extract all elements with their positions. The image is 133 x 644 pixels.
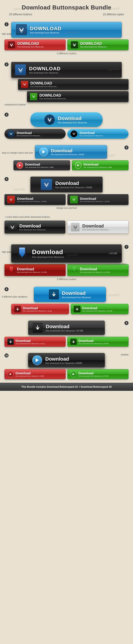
btn-ribbon-arrow-green xyxy=(71,266,78,274)
btn-icon-chevron-green-1 xyxy=(71,41,78,48)
btn-s7-green[interactable]: Download free download from fileserver |… xyxy=(68,264,128,276)
btn-text-s2-green: DOWNLOAD free download from fileserver..… xyxy=(40,94,67,100)
section-num-10: 10 xyxy=(4,354,8,358)
btn-text-s8-large: Download free download from fileserver xyxy=(62,290,91,299)
svg-marker-2 xyxy=(77,164,79,166)
btn-s2-red[interactable]: DOWNLOAD free download from fileserver..… xyxy=(18,79,128,90)
btn-icon-flat-arrow xyxy=(49,290,59,299)
btn-text-s3-dark: Download free download from fileserver..… xyxy=(17,131,41,137)
section-2: 2 DOWNLOAD free download from fileserver… xyxy=(0,58,133,110)
btn-icon-chevron-dark-lg xyxy=(41,179,52,190)
header: Download Buttonspack Bundle 29 different… xyxy=(0,0,133,19)
btn-s8-red[interactable]: Download free download from fileserver |… xyxy=(11,304,69,314)
section-7: 7 high quality 100% xyxy=(0,242,133,284)
btn-text-s9-red: Download free download from fileserver |… xyxy=(16,339,45,345)
section-num-1: 1 xyxy=(4,22,8,26)
annot-s2: underground shadow xyxy=(4,104,128,106)
btn-s3-dark[interactable]: Download free download from fileserver..… xyxy=(4,129,66,139)
btn-s3-blue[interactable]: Download free download from fileserver..… xyxy=(68,129,128,139)
btn-s5-green[interactable]: Download free download from fileserver |… xyxy=(68,194,128,205)
btn-s1-red[interactable]: DOWNLOAD free download from fileserver..… xyxy=(4,40,66,50)
section-num-5: 5 xyxy=(4,177,8,181)
btn-s4-large[interactable]: Download free download from fileserver |… xyxy=(35,145,107,158)
svg-marker-1 xyxy=(19,164,21,166)
btn-s2-large[interactable]: DOWNLOAD free download from fileserver..… xyxy=(11,62,122,78)
btn-s4-dark[interactable]: Download free download from fileserver |… xyxy=(14,160,70,170)
btn-icon-play-green xyxy=(75,162,82,169)
svg-marker-5 xyxy=(18,254,19,256)
btn-text-s8-green: Download free download from fileserver |… xyxy=(82,306,112,312)
btn-s10-large[interactable]: Download free download from fileserver |… xyxy=(28,353,105,368)
annot-s8-label: 4 different style variations xyxy=(2,295,27,298)
btn-s6-black[interactable]: Download free download from fileserver..… xyxy=(4,220,65,234)
btn-icon-play-lg xyxy=(39,147,48,156)
btn-text-s4-green: Download free download from fileserver |… xyxy=(84,163,112,168)
btn-text-s5-red: Download free download from fileserver |… xyxy=(17,197,47,202)
btn-text-s8-red: Download free download from fileserver |… xyxy=(23,306,52,312)
btn-size-s7: | 40 MB xyxy=(106,252,117,255)
svg-marker-6 xyxy=(25,254,26,256)
btn-icon-play-red xyxy=(16,162,23,169)
btn-s6-white[interactable]: Download free download from fileserver..… xyxy=(67,220,128,234)
btn-row-s6: Download free download from fileserver..… xyxy=(4,220,128,234)
spacer-1 xyxy=(0,237,133,242)
btn-icon-chevron-1 xyxy=(16,24,27,35)
btn-row-s1: DOWNLOAD free download from fileserver..… xyxy=(4,40,128,50)
btn-s2-green[interactable]: DOWNLOAD free download from fileserver..… xyxy=(27,91,128,102)
btn-text-s10-large: Download free download from fileserver |… xyxy=(45,356,82,364)
btn-text-s1-green: DOWNLOAD free download from fileserver..… xyxy=(80,42,108,48)
btn-ribbon-arrow xyxy=(16,247,28,260)
section-3: 3 Download free download from fileserver… xyxy=(0,110,133,142)
btn-s5-red[interactable]: Download free download from fileserver |… xyxy=(4,194,66,205)
btn-s7-large[interactable]: Download free download from fileserver |… xyxy=(11,244,122,262)
section-6: + extra black and white download buttons… xyxy=(0,213,133,237)
label-s1: 3 different coulors xyxy=(4,52,128,55)
btn-s3-large[interactable]: Download free download from fileserver..… xyxy=(30,112,102,127)
btn-s10-red[interactable]: Download free download from fileserver |… xyxy=(4,369,66,379)
svg-marker-4 xyxy=(19,254,25,258)
btn-row-s7: Download free download from fileserver |… xyxy=(4,264,128,276)
btn-icon-chevron-red-1 xyxy=(8,41,15,48)
annot-s10: shadow xyxy=(121,354,128,356)
btn-text-s10-red: Download free download from fileserver |… xyxy=(16,372,44,377)
svg-marker-15 xyxy=(76,270,76,272)
btn-s4-green[interactable]: Download free download from fileserver |… xyxy=(72,160,128,170)
btn-text-s9-large: Download free download from fileserver |… xyxy=(46,324,83,332)
btn-text-s1-red: DOWNLOAD free download from fileserver..… xyxy=(17,42,45,48)
section-10: 10 shadow Download free download from fi… xyxy=(0,350,133,383)
btn-s1-large[interactable]: DOWNLOAD free download from fileserver..… xyxy=(11,22,122,38)
btn-icon-dr-green xyxy=(70,338,77,345)
btn-icon-bw-black xyxy=(8,223,17,231)
btn-icon-flat-red xyxy=(14,306,21,312)
page-title: Download Buttonspack Bundle xyxy=(2,4,131,11)
btn-icon-clean-dark xyxy=(8,130,14,137)
section-num-7: 7 xyxy=(124,245,128,249)
annot-s5: change icon and text xyxy=(4,207,128,209)
btn-s8-green[interactable]: Download free download from fileserver |… xyxy=(71,304,128,314)
btn-row-s8: Download free download from fileserver |… xyxy=(11,304,128,314)
section-num-4: 4 xyxy=(124,146,128,150)
svg-marker-11 xyxy=(13,270,14,272)
section-num-9: 9 xyxy=(124,321,128,325)
btn-s9-large[interactable]: Download free download from fileserver |… xyxy=(28,320,105,335)
btn-row-s5: Download free download from fileserver |… xyxy=(4,194,128,205)
btn-s10-green[interactable]: Download free download from fileserver |… xyxy=(68,369,128,379)
btn-text-s3-large: Download free download from fileserver..… xyxy=(58,116,89,124)
svg-rect-12 xyxy=(72,267,76,270)
btn-row-s3: Download free download from fileserver..… xyxy=(4,129,128,139)
footer: This Bundle includes Download Buttonspac… xyxy=(0,383,133,391)
btn-s1-green[interactable]: DOWNLOAD free download from fileserver..… xyxy=(68,40,128,50)
section-num-3: 3 xyxy=(4,113,8,117)
svg-marker-13 xyxy=(72,270,76,273)
btn-text-s5-large: Download free download from fileserver |… xyxy=(55,180,92,189)
btn-s8-large[interactable]: Download free download from fileserver xyxy=(34,287,106,302)
btn-icon-red-dark-1 xyxy=(21,81,28,88)
btn-s7-red[interactable]: Download free download from fileserver |… xyxy=(4,264,66,276)
svg-marker-9 xyxy=(10,270,13,273)
svg-rect-7 xyxy=(19,248,25,249)
btn-text-s7-red: Download free download from fileserver |… xyxy=(17,267,47,273)
btn-s9-green[interactable]: Download free download from fileserver |… xyxy=(68,337,128,347)
annot-pct-7: 75% xyxy=(121,262,126,266)
btn-s5-large[interactable]: Download free download from fileserver |… xyxy=(30,176,102,192)
btn-s9-red[interactable]: Download free download from fileserver |… xyxy=(4,337,66,347)
